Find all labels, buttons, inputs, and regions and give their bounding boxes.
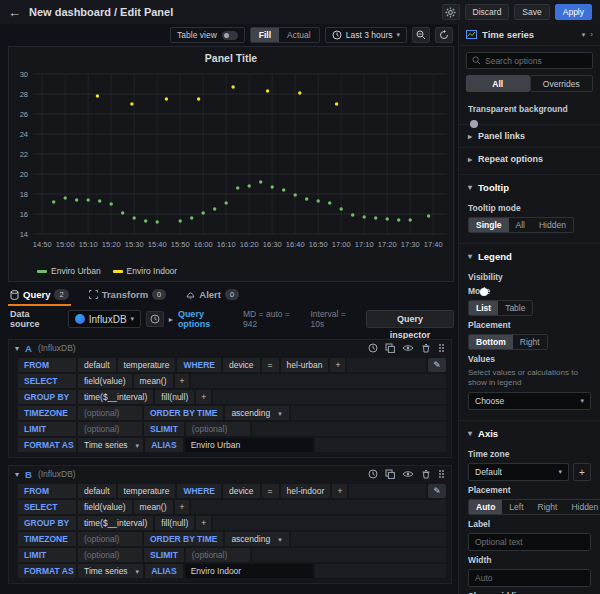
scatter-chart[interactable]: 14161820222426283014:5015:0015:1015:2015…	[9, 64, 453, 262]
query-cell[interactable]: FORMAT AS	[18, 438, 76, 452]
back-icon[interactable]: ←	[8, 5, 21, 20]
axis-placement-left[interactable]: Left	[502, 500, 530, 514]
query-cell[interactable]: hel-urban	[281, 358, 329, 372]
query-cell[interactable]: (optional)	[78, 548, 142, 562]
fill-option[interactable]: Fill	[251, 28, 279, 42]
axis-placement-auto[interactable]: Auto	[469, 500, 502, 514]
copy-icon[interactable]	[385, 343, 395, 353]
axis-section-header[interactable]: ▾ Axis	[459, 420, 600, 441]
drag-handle-icon[interactable]	[438, 343, 445, 353]
copy-icon[interactable]	[385, 469, 395, 479]
tab-transform[interactable]: Transform 0	[87, 287, 169, 304]
query-cell[interactable]: FROM	[18, 484, 76, 498]
repeat-options-section[interactable]: ▸ Repeat options	[459, 147, 600, 170]
axis-placement-hidden[interactable]: Hidden	[564, 500, 600, 514]
query-cell[interactable]: GROUP BY	[18, 390, 76, 404]
query-cell[interactable]: FORMAT AS	[18, 564, 76, 578]
query-cell[interactable]: SLIMIT	[144, 548, 184, 562]
query-cell[interactable]: default	[78, 358, 116, 372]
query-cell[interactable]: FROM	[18, 358, 76, 372]
query-cell[interactable]: SELECT	[18, 500, 76, 514]
query-cell[interactable]: Time series▾	[78, 564, 143, 578]
query-cell[interactable]: time($__interval)	[78, 390, 153, 404]
query-cell[interactable]: TIMEZONE	[18, 532, 76, 546]
query-cell[interactable]: +	[196, 516, 211, 530]
query-cell[interactable]: mean()	[134, 374, 173, 388]
apply-button[interactable]: Apply	[555, 4, 592, 20]
tab-query[interactable]: Query 2	[8, 287, 71, 306]
query-cell[interactable]: =	[262, 358, 279, 372]
query-cell[interactable]: mean()	[134, 500, 173, 514]
legend-placement-right[interactable]: Right	[513, 335, 547, 349]
query-cell[interactable]: ORDER BY TIME	[144, 532, 223, 546]
query-cell[interactable]: default	[78, 484, 116, 498]
save-button[interactable]: Save	[514, 4, 549, 20]
query-cell[interactable]: (optional)	[186, 422, 250, 436]
legend-placement-bottom[interactable]: Bottom	[469, 335, 513, 349]
query-cell[interactable]: LIMIT	[18, 422, 76, 436]
query-header[interactable]: ▾B(InfluxDB)	[9, 466, 451, 482]
chevron-down-icon[interactable]: ▾	[582, 31, 586, 39]
query-cell[interactable]: (optional)	[186, 548, 250, 562]
tooltip-section-header[interactable]: ▾ Tooltip	[459, 174, 600, 195]
tooltip-mode-hidden[interactable]: Hidden	[532, 218, 573, 232]
query-cell[interactable]: +	[175, 374, 190, 388]
query-cell[interactable]: fill(null)	[155, 516, 194, 530]
legend-mode-table[interactable]: Table	[498, 301, 532, 315]
axis-width-input[interactable]: Auto	[468, 569, 591, 587]
query-cell[interactable]: SELECT	[18, 374, 76, 388]
query-cell[interactable]: (optional)	[78, 406, 142, 420]
drag-handle-icon[interactable]	[438, 469, 445, 479]
axis-timezone-select[interactable]: Default ▾	[468, 463, 569, 481]
query-cell[interactable]: TIMEZONE	[18, 406, 76, 420]
query-cell[interactable]: Enviro Urban	[185, 438, 313, 452]
query-cell[interactable]: ascending▾	[225, 532, 289, 546]
query-history-button[interactable]	[146, 311, 164, 327]
tab-all[interactable]: All	[466, 75, 530, 92]
settings-button[interactable]	[442, 4, 460, 20]
add-timezone-button[interactable]: +	[573, 463, 591, 481]
trash-icon[interactable]	[421, 469, 431, 479]
query-cell[interactable]: Time series▾	[78, 438, 143, 452]
query-cell[interactable]: device	[223, 484, 260, 498]
eye-icon[interactable]	[402, 470, 414, 478]
query-cell[interactable]: (optional)	[78, 422, 142, 436]
refresh-button[interactable]	[435, 27, 453, 43]
legend-section-header[interactable]: ▾ Legend	[459, 243, 600, 264]
tab-overrides[interactable]: Overrides	[530, 75, 594, 92]
query-cell[interactable]: device	[223, 358, 260, 372]
tab-alert[interactable]: Alert 0	[184, 287, 241, 304]
query-cell[interactable]: field(value)	[78, 374, 132, 388]
query-cell[interactable]: +	[330, 358, 345, 372]
query-cell[interactable]: ALIAS	[145, 438, 183, 452]
query-cell[interactable]: ALIAS	[145, 564, 183, 578]
query-cell[interactable]: fill(null)	[155, 390, 194, 404]
query-cell[interactable]: ORDER BY TIME	[144, 406, 223, 420]
query-cell[interactable]: temperature	[118, 358, 176, 372]
table-view-toggle[interactable]	[222, 31, 238, 40]
query-options-link[interactable]: Query options	[178, 309, 238, 329]
panel-links-section[interactable]: ▸ Panel links	[459, 124, 600, 147]
query-cell[interactable]: +	[175, 500, 190, 514]
discard-button[interactable]: Discard	[465, 4, 510, 20]
axis-label-input[interactable]: Optional text	[468, 533, 591, 551]
tooltip-mode-single[interactable]: Single	[469, 218, 509, 232]
query-cell[interactable]: Enviro Indoor	[185, 564, 313, 578]
eye-icon[interactable]	[402, 344, 414, 352]
axis-placement-right[interactable]: Right	[531, 500, 565, 514]
query-cell[interactable]: LIMIT	[18, 548, 76, 562]
query-cell[interactable]: temperature	[118, 484, 176, 498]
query-inspector-button[interactable]: Query inspector	[366, 310, 454, 328]
query-cell[interactable]: hel-indoor	[281, 484, 331, 498]
trash-icon[interactable]	[421, 343, 431, 353]
datasource-select[interactable]: InfluxDB ▾	[68, 310, 141, 328]
query-cell[interactable]: GROUP BY	[18, 516, 76, 530]
edit-raw-query-button[interactable]: ✎	[428, 358, 446, 372]
legend-item-urban[interactable]: Enviro Urban	[37, 266, 101, 276]
zoom-out-button[interactable]	[412, 27, 430, 43]
legend-item-indoor[interactable]: Enviro Indoor	[113, 266, 178, 276]
query-cell[interactable]: +	[196, 390, 211, 404]
actual-option[interactable]: Actual	[279, 28, 319, 42]
legend-mode-list[interactable]: List	[469, 301, 498, 315]
collapse-pane-icon[interactable]: ›	[590, 30, 593, 39]
